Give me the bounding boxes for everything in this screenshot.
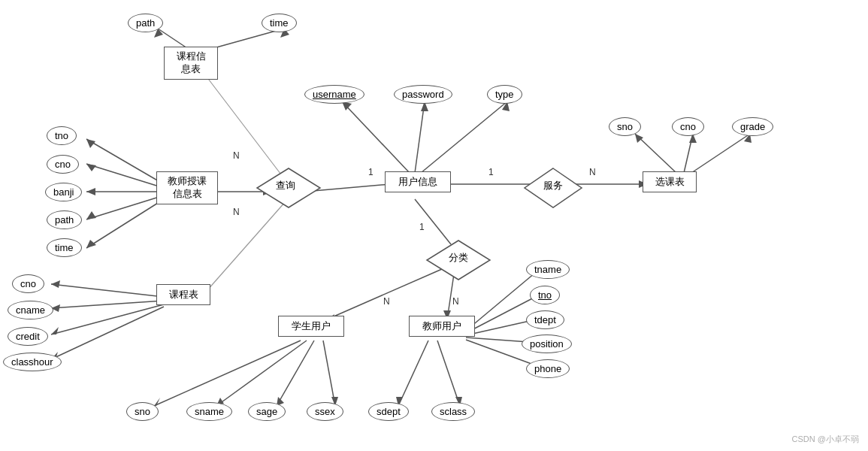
label-n3: N <box>589 167 596 177</box>
node-classhour: classhour <box>3 353 62 371</box>
watermark: CSDN @小卓不弱 <box>792 434 859 445</box>
svg-line-53 <box>323 341 335 406</box>
node-chaxun: 查询 <box>256 167 316 204</box>
svg-marker-10 <box>86 164 96 171</box>
node-phone: phone <box>526 359 570 378</box>
svg-line-9 <box>86 164 164 188</box>
svg-line-31 <box>691 134 750 173</box>
svg-line-29 <box>684 134 693 173</box>
node-kecheng-biao: 课程表 <box>156 284 210 305</box>
svg-line-61 <box>466 295 540 333</box>
node-path-top: path <box>128 14 163 32</box>
node-credit: credit <box>8 327 48 346</box>
node-position: position <box>522 334 572 353</box>
label-n4: N <box>383 296 390 307</box>
node-cno-left: cno <box>47 155 79 174</box>
svg-line-22 <box>421 101 507 173</box>
node-yonghu-info: 用户信息 <box>385 171 451 192</box>
node-cno-right: cno <box>672 117 704 136</box>
label-n5: N <box>452 296 459 307</box>
node-username: username <box>304 85 364 104</box>
label-one1: 1 <box>368 167 374 177</box>
svg-line-39 <box>51 284 164 297</box>
connector-svg <box>0 0 868 451</box>
node-type: type <box>487 85 522 104</box>
node-tno-left: tno <box>47 126 77 145</box>
node-jiaoshi-user: 教师用户 <box>409 316 475 337</box>
node-sage: sage <box>248 402 286 421</box>
node-sclass: sclass <box>431 402 475 421</box>
node-password: password <box>394 85 452 104</box>
node-path-left: path <box>47 210 82 229</box>
svg-line-4 <box>201 70 286 180</box>
node-time-top: time <box>262 14 297 32</box>
node-ssex: ssex <box>307 402 343 421</box>
node-banji: banji <box>45 183 82 201</box>
svg-line-27 <box>635 134 676 173</box>
svg-line-43 <box>51 304 164 334</box>
node-cname: cname <box>8 301 53 319</box>
svg-marker-14 <box>86 211 96 219</box>
node-grade: grade <box>732 117 773 136</box>
svg-marker-16 <box>86 240 96 248</box>
svg-marker-12 <box>86 188 95 195</box>
svg-line-7 <box>86 139 164 184</box>
node-tno-right: tno <box>530 286 560 304</box>
label-one3: 1 <box>419 222 425 232</box>
svg-line-41 <box>51 301 164 308</box>
svg-marker-44 <box>51 327 59 334</box>
node-cno-bottom-left: cno <box>12 274 44 293</box>
svg-marker-28 <box>635 134 643 143</box>
node-time-left: time <box>47 238 82 257</box>
svg-marker-8 <box>86 139 95 148</box>
svg-line-15 <box>86 199 164 248</box>
label-n1: N <box>233 150 240 161</box>
node-jiaoshi-info: 教师授课信息表 <box>156 171 218 204</box>
svg-marker-40 <box>51 280 60 288</box>
svg-line-18 <box>342 101 410 173</box>
er-diagram: path time 课程信息表 username password type t… <box>0 0 868 451</box>
node-sname: sname <box>186 402 232 421</box>
svg-marker-48 <box>154 398 160 406</box>
node-fenlei: 分类 <box>425 239 491 277</box>
svg-line-13 <box>86 195 164 219</box>
svg-line-49 <box>216 341 307 406</box>
node-kecheng-info: 课程信息表 <box>164 47 218 80</box>
label-n2: N <box>233 207 240 217</box>
svg-line-47 <box>154 341 301 406</box>
node-xuesheng: 学生用户 <box>278 316 344 337</box>
svg-line-38 <box>201 201 286 297</box>
node-sno-bottom: sno <box>126 402 159 421</box>
svg-line-55 <box>398 341 428 406</box>
svg-line-45 <box>51 307 164 359</box>
svg-line-57 <box>437 341 460 406</box>
node-sno-right: sno <box>609 117 641 136</box>
node-fuwu: 服务 <box>523 167 583 204</box>
node-tname: tname <box>526 260 570 279</box>
label-one2: 1 <box>488 167 494 177</box>
svg-line-51 <box>277 341 314 406</box>
svg-line-20 <box>415 101 425 173</box>
node-tdept: tdept <box>526 310 564 329</box>
node-xuanke-biao: 选课表 <box>643 171 697 192</box>
node-sdept: sdept <box>368 402 409 421</box>
